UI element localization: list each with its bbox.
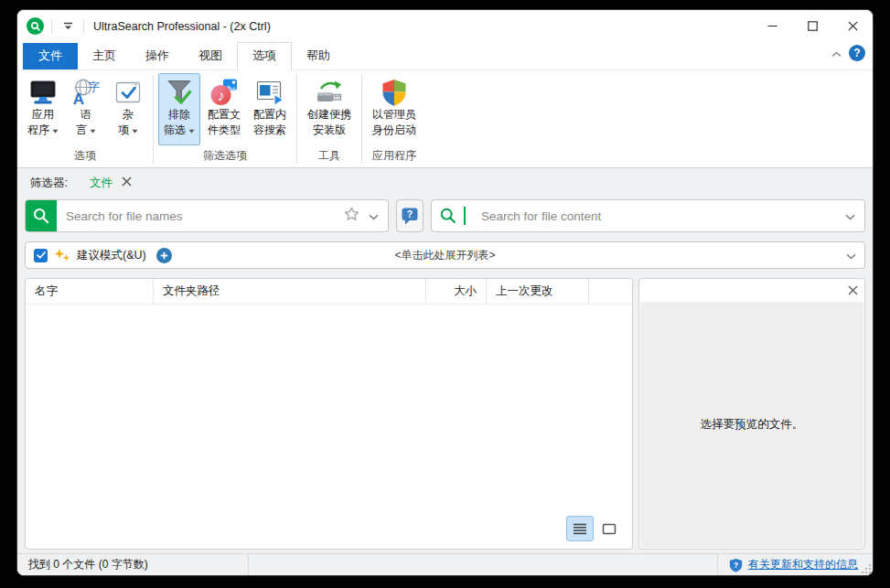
filter-funnel-icon [165,78,194,107]
group-label-application: 应用程序 [366,145,423,167]
expand-list-hint[interactable]: <单击此处展开列表> [26,248,864,263]
create-portable-button[interactable]: 创建便携 安装版 [302,73,357,145]
thumbnail-view-button[interactable] [595,516,623,541]
file-name-search-input[interactable] [57,209,344,223]
ribbon-tab-bar: 文件 主页 操作 视图 选项 帮助 ? [17,42,873,69]
file-name-search-box [25,199,389,232]
dropdown-arrow-icon [132,129,138,134]
update-shield-icon: ? [729,558,743,572]
svg-text:A: A [73,91,84,107]
filter-bar-label: 筛选器: [30,176,68,191]
ribbon-group-tools: 创建便携 安装版 工具 [299,73,359,167]
maximize-button[interactable] [792,10,832,42]
column-header-folder-path[interactable]: 文件夹路径 [154,279,426,304]
view-toggles [566,516,623,541]
misc-button[interactable]: 杂 项 [108,73,148,145]
suggestion-mode-row: 建议模式(&U) <单击此处展开列表> [25,241,865,269]
configure-content-search-button[interactable]: 配置内 容搜索 [248,73,292,145]
svg-text:字: 字 [88,80,100,93]
main-area: 名字 文件夹路径 大小 上一次更改 [17,278,873,550]
thumbnail-view-icon [602,523,617,535]
group-label-tools: 工具 [301,145,358,167]
add-suggestion-button[interactable] [156,248,172,263]
tab-file[interactable]: 文件 [23,43,78,69]
window-controls [752,10,873,42]
filter-bar: 筛选器: 文件 [17,168,873,198]
preview-body: 选择要预览的文件。 [640,302,863,548]
group-separator [153,75,154,164]
content-search-icon [255,78,284,107]
update-info-area: ? 有关更新和支持的信息 [718,557,873,572]
suggestion-expand-chevron-icon[interactable] [846,247,856,263]
result-count-text: 找到 0 个文件 (0 字节数) [17,557,248,572]
preview-message: 选择要预览的文件。 [701,417,804,433]
exclude-filter-button[interactable]: 排除 筛选 [158,73,200,145]
dropdown-arrow-icon [188,129,195,134]
ribbon-group-filter-options: 排除 筛选 ♪ 配置文 件类型 [155,73,295,167]
run-as-admin-button[interactable]: 以管理员 身份启动 [367,73,422,145]
tab-options[interactable]: 选项 [237,42,292,70]
svg-text:?: ? [734,560,738,569]
tab-actions[interactable]: 操作 [131,43,184,69]
application-button[interactable]: 应用 程序 [22,73,64,145]
content-search-icon [439,207,457,225]
group-separator [296,75,297,164]
window-title: UltraSearch Professional - (2x Ctrl) [93,20,271,33]
title-bar: UltraSearch Professional - (2x Ctrl) [17,10,873,42]
tab-home[interactable]: 主页 [78,43,131,69]
group-label-options: 选项 [21,145,149,167]
help-button[interactable]: ? [849,45,865,61]
resize-grip[interactable] [861,563,872,574]
file-content-search-box [431,199,865,232]
column-header-last-modified[interactable]: 上一次更改 [487,279,589,304]
favorite-star-icon[interactable] [344,207,359,225]
ribbon-group-options: 应用 程序 A 字 语 言 [19,73,151,167]
svg-text:?: ? [407,208,413,219]
tab-view[interactable]: 视图 [184,43,237,69]
suggestion-mode-checkbox[interactable] [34,249,48,262]
admin-shield-icon [380,78,409,107]
column-header-size[interactable]: 大小 [426,279,487,304]
app-logo-icon [27,17,44,35]
ribbon: 应用 程序 A 字 语 言 [17,69,873,168]
filter-tab-files[interactable]: 文件 [90,176,113,191]
dropdown-arrow-icon [52,129,59,134]
help-bubble-icon: ? [401,207,419,226]
quick-access-dropdown-icon[interactable] [59,17,76,36]
search-history-chevron-icon[interactable] [369,208,379,224]
separator [83,19,84,34]
minimize-button[interactable] [752,10,792,42]
language-button[interactable]: A 字 语 言 [66,73,106,145]
details-view-button[interactable] [566,516,594,541]
ultrasearch-window: UltraSearch Professional - (2x Ctrl) 文件 … [16,9,874,576]
update-info-link[interactable]: 有关更新和支持的信息 [748,557,858,572]
tab-help[interactable]: 帮助 [292,43,345,69]
svg-text:♪: ♪ [218,88,225,103]
configure-file-types-button[interactable]: ♪ 配置文 件类型 [202,73,246,145]
collapse-ribbon-icon[interactable] [831,45,842,61]
preview-panel: 选择要预览的文件。 [638,278,865,550]
monitor-icon [28,78,58,107]
preview-close-icon[interactable] [848,283,858,299]
checkbox-icon [113,78,143,107]
close-button[interactable] [832,10,873,42]
file-list-header: 名字 文件夹路径 大小 上一次更改 [26,279,632,305]
preview-header [639,279,864,302]
search-syntax-help-button[interactable]: ? [396,199,424,232]
file-list-body[interactable] [26,305,632,549]
separator [248,554,249,575]
ribbon-group-application: 以管理员 身份启动 应用程序 [364,73,424,167]
file-list-panel: 名字 文件夹路径 大小 上一次更改 [25,278,633,550]
group-separator [361,75,362,164]
language-globe-icon: A 字 [71,78,101,107]
content-history-chevron-icon[interactable] [845,208,855,224]
search-button[interactable] [26,200,57,231]
file-content-search-input[interactable] [472,209,839,223]
column-header-name[interactable]: 名字 [26,279,154,304]
filter-close-icon[interactable] [122,176,132,189]
file-types-icon: ♪ [209,78,239,107]
suggestion-mode-label: 建议模式(&U) [77,248,146,263]
dropdown-arrow-icon [90,129,96,134]
usb-portable-icon [315,78,344,107]
separator [51,19,52,34]
